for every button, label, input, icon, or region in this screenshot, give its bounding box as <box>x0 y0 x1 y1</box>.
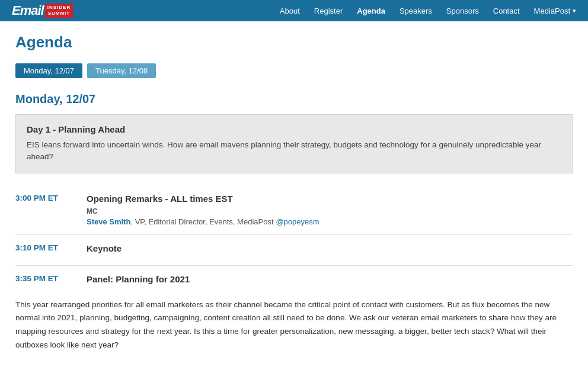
mc-twitter: @popeyesm <box>276 217 319 226</box>
logo: Email INSIDER SUMMIT <box>12 3 73 18</box>
session-time-1: 3:00 PM ET <box>15 194 75 202</box>
mc-info: Steve Smith, VP, Editorial Director, Eve… <box>87 217 573 226</box>
logo-email-text: Email <box>12 3 44 18</box>
session-opening-remarks: 3:00 PM ET Opening Remarks - ALL times E… <box>15 185 573 235</box>
nav-speakers[interactable]: Speakers <box>400 7 432 15</box>
day-tabs: Monday, 12/07 Tuesday, 12/08 <box>15 63 573 78</box>
tab-monday[interactable]: Monday, 12/07 <box>15 63 82 78</box>
nav-agenda[interactable]: Agenda <box>357 7 385 15</box>
mc-label: MC <box>87 207 573 215</box>
session-title-3: Panel: Planning for 2021 <box>87 274 190 284</box>
session-keynote: 3:10 PM ET Keynote <box>15 235 573 266</box>
panel-description: This year rearranged priorities for all … <box>15 298 573 353</box>
day-theme-title: Day 1 - Planning Ahead <box>27 124 561 134</box>
main-nav: About Register Agenda Speakers Sponsors … <box>280 7 576 15</box>
day-theme-box: Day 1 - Planning Ahead EIS leans forward… <box>15 114 573 173</box>
session-panel: 3:35 PM ET Panel: Planning for 2021 This… <box>15 266 573 353</box>
nav-sponsors[interactable]: Sponsors <box>446 7 479 15</box>
mc-role: , VP, Editorial Director, Events, MediaP… <box>130 217 273 226</box>
logo-badge: INSIDER SUMMIT <box>45 4 73 17</box>
nav-register[interactable]: Register <box>314 7 343 15</box>
session-time-3: 3:35 PM ET <box>15 274 75 283</box>
page-title: Agenda <box>15 33 573 52</box>
session-title-1: Opening Remarks - ALL times EST <box>87 194 573 204</box>
mc-name: Steve Smith <box>87 217 130 226</box>
nav-mediapost[interactable]: MediaPost <box>534 7 576 15</box>
site-header: Email INSIDER SUMMIT About Register Agen… <box>0 0 588 21</box>
session-time-2: 3:10 PM ET <box>15 243 75 252</box>
nav-contact[interactable]: Contact <box>493 7 520 15</box>
tab-tuesday[interactable]: Tuesday, 12/08 <box>87 63 156 78</box>
session-content-3: Panel: Planning for 2021 <box>87 274 190 288</box>
panel-header: 3:35 PM ET Panel: Planning for 2021 <box>15 274 573 294</box>
session-content-2: Keynote <box>87 243 573 257</box>
day-heading: Monday, 12/07 <box>15 92 573 106</box>
session-content-1: Opening Remarks - ALL times EST MC Steve… <box>87 194 573 226</box>
session-title-2: Keynote <box>87 243 573 253</box>
day-theme-description: EIS leans forward into uncertain winds. … <box>27 139 561 163</box>
main-content: Agenda Monday, 12/07 Tuesday, 12/08 Mond… <box>4 21 584 364</box>
nav-about[interactable]: About <box>280 7 300 15</box>
